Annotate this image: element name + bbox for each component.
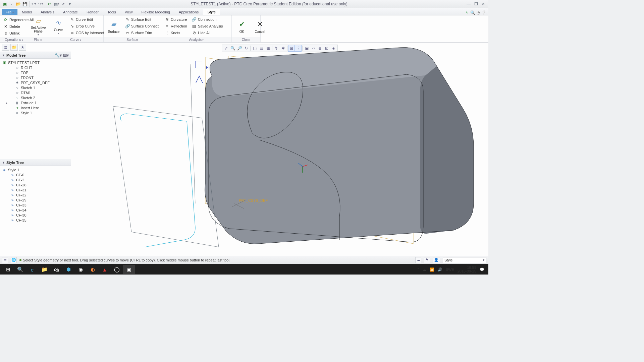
style-tree-item[interactable]: ∿CF-2 xyxy=(0,177,71,182)
tree-settings-icon[interactable]: 🔧▾ xyxy=(55,53,62,58)
status-find-icon[interactable]: 👤 xyxy=(433,257,440,263)
style-tree-item[interactable]: ∿CF-35 xyxy=(0,218,71,223)
style-tree-item[interactable]: ∿CF-30 xyxy=(0,213,71,218)
ok-button[interactable]: ✔ OK xyxy=(234,16,250,36)
windows-icon[interactable]: ▤ xyxy=(53,1,59,7)
tray-chevron-icon[interactable]: ˄ xyxy=(417,267,419,272)
style-tree-item[interactable]: ∿CF-33 xyxy=(0,202,71,207)
tray-volume-icon[interactable]: 🔊 xyxy=(438,267,442,272)
style-tree-item[interactable]: ∿CF-32 xyxy=(0,192,71,197)
saved-analysis-button[interactable]: ▤Saved Analysis xyxy=(191,23,224,29)
model-tree-item[interactable]: ◈Style 1 xyxy=(0,110,71,115)
taskbar-search-icon[interactable]: 🔍 xyxy=(14,265,26,274)
drop-curve-button[interactable]: ↘Drop Curve xyxy=(68,23,105,29)
taskbar-start-icon[interactable]: ⊞ xyxy=(2,265,14,274)
taskbar-explorer-icon[interactable]: 📁 xyxy=(38,265,50,274)
tab-style[interactable]: Style xyxy=(203,9,220,15)
operations-group-label[interactable]: Operations xyxy=(0,37,28,42)
undo-icon[interactable]: ↶ xyxy=(31,1,37,7)
taskbar-steam-icon[interactable]: ◯ xyxy=(111,265,123,274)
taskbar-firefox-icon[interactable]: ◐ xyxy=(87,265,99,274)
set-active-plane-button[interactable]: ▱ Set Active Plane xyxy=(30,16,46,36)
status-flag-icon[interactable]: ⚑ xyxy=(424,257,430,263)
connection-button[interactable]: 🔗Connection xyxy=(191,16,224,22)
reflection-button[interactable]: ≡Reflection xyxy=(163,23,189,29)
surface-button[interactable]: ▰ Surface xyxy=(106,16,122,36)
knots-button[interactable]: ⋮Knots xyxy=(163,30,189,36)
style-tree-header[interactable]: ▼Style Tree xyxy=(0,159,71,166)
regen-icon[interactable]: ⟳ xyxy=(47,1,53,7)
window-minimize-icon[interactable]: — xyxy=(465,1,472,7)
taskbar-edge-icon[interactable]: e xyxy=(26,265,38,274)
redo-icon[interactable]: ↷ xyxy=(38,1,44,7)
curve-button[interactable]: ∿ Curve xyxy=(50,16,66,36)
model-tree-root[interactable]: ▣STYLETEST1.PRT xyxy=(0,60,71,65)
model-tree-header[interactable]: ▼Model Tree 🔧▾ ▤▾ xyxy=(0,52,71,59)
style-tree-item[interactable]: ∿CF-29 xyxy=(0,197,71,202)
close-win-icon[interactable]: ▫ xyxy=(60,1,66,7)
unlink-button[interactable]: ⌀Unlink xyxy=(2,30,21,36)
surface-edit-button[interactable]: ✎Surface Edit xyxy=(124,16,160,22)
panel-tab-tree-icon[interactable]: ≣ xyxy=(2,44,9,51)
tab-applications[interactable]: Applications xyxy=(174,9,203,15)
model-tree-item[interactable]: ▱TOP xyxy=(0,70,71,75)
file-menu[interactable]: File xyxy=(2,9,17,15)
search-icon[interactable]: 🔍 xyxy=(470,10,475,15)
surface-trim-button[interactable]: ✂Surface Trim xyxy=(124,30,160,36)
tray-notifications-icon[interactable]: 💬 xyxy=(480,267,484,272)
tree-show-icon[interactable]: ▤▾ xyxy=(63,53,69,58)
tray-onedrive-icon[interactable]: ☁ xyxy=(423,267,426,272)
taskbar-chrome-icon[interactable]: ◉ xyxy=(74,265,87,274)
selection-filter[interactable]: Style▾ xyxy=(443,257,486,263)
cos-intersect-button[interactable]: ≋COS by Intersect xyxy=(68,30,105,36)
model-tree-item[interactable]: ∿Sketch 2 xyxy=(0,95,71,100)
status-tree-icon[interactable]: ≣ xyxy=(2,257,8,263)
tab-flexible-modeling[interactable]: Flexible Modeling xyxy=(137,9,174,15)
model-tree-item[interactable]: ✱PRT_CSYS_DEF xyxy=(0,80,71,85)
hide-all-button[interactable]: ⊘Hide All xyxy=(191,30,224,36)
save-icon[interactable]: 💾 xyxy=(22,1,28,7)
analysis-group-label[interactable]: Analysis xyxy=(161,37,231,42)
model-tree-item[interactable]: ∿Sketch 1 xyxy=(0,85,71,90)
help-icon[interactable]: ❔ xyxy=(481,10,486,15)
model-tree-item[interactable]: ▱RIGHT xyxy=(0,65,71,70)
model-tree-item[interactable]: ▱DTM1 xyxy=(0,90,71,95)
curve-edit-button[interactable]: ✎Curve Edit xyxy=(68,16,105,22)
window-restore-icon[interactable]: ❐ xyxy=(472,1,480,7)
status-globe-icon[interactable]: 🌐 xyxy=(11,257,17,263)
tray-lang[interactable]: SWE xyxy=(446,267,454,272)
qat-more-icon[interactable]: ▾ xyxy=(67,1,73,7)
tab-tools[interactable]: Tools xyxy=(103,9,120,15)
tab-annotate[interactable]: Annotate xyxy=(59,9,82,15)
taskbar-creo-icon[interactable]: ▣ xyxy=(123,265,135,274)
tab-render[interactable]: Render xyxy=(82,9,103,15)
tab-model[interactable]: Model xyxy=(17,9,36,15)
tray-wifi-icon[interactable]: 📶 xyxy=(430,267,434,272)
style-tree-item[interactable]: ∿CF-31 xyxy=(0,187,71,192)
window-close-icon[interactable]: ✕ xyxy=(480,1,487,7)
curve-group-label[interactable]: Curve xyxy=(48,37,103,42)
command-search-icon[interactable]: ⤷ xyxy=(466,10,469,15)
status-cloud-icon[interactable]: ☁ xyxy=(415,257,421,263)
panel-tab-folder-icon[interactable]: 📁 xyxy=(10,44,18,51)
taskbar-acrobat-icon[interactable]: ▲ xyxy=(99,265,111,274)
taskbar-dropbox-icon[interactable]: ⬢ xyxy=(62,265,74,274)
open-icon[interactable]: 📂 xyxy=(15,1,21,7)
surface-connect-button[interactable]: 🔗Surface Connect xyxy=(124,23,160,29)
model-tree-item[interactable]: ▱FRONT xyxy=(0,75,71,80)
learn-icon[interactable]: ◔ xyxy=(477,10,480,15)
graphics-viewport[interactable]: H PRT_CSYS_DEF xyxy=(71,43,488,256)
model-tree-item[interactable]: ▸▮Extrude 1 xyxy=(0,100,71,105)
style-tree-item[interactable]: ∿CF-28 xyxy=(0,182,71,187)
taskbar-store-icon[interactable]: 🛍 xyxy=(50,265,62,274)
tray-clock[interactable]: 18:59 2016-09-25 xyxy=(458,266,476,273)
style-tree-root[interactable]: ◈Style 1 xyxy=(0,167,71,172)
style-tree-item[interactable]: ∿CF-34 xyxy=(0,207,71,213)
tab-analysis[interactable]: Analysis xyxy=(36,9,59,15)
new-icon[interactable]: ▫ xyxy=(8,1,14,7)
panel-tab-star-icon[interactable]: ★ xyxy=(19,44,26,51)
curvature-button[interactable]: ≋Curvature xyxy=(163,16,189,22)
style-tree-item[interactable]: ∿CF-0 xyxy=(0,172,71,177)
delete-button[interactable]: ✕Delete xyxy=(2,23,21,29)
cancel-button[interactable]: ✕ Cancel xyxy=(252,16,268,36)
